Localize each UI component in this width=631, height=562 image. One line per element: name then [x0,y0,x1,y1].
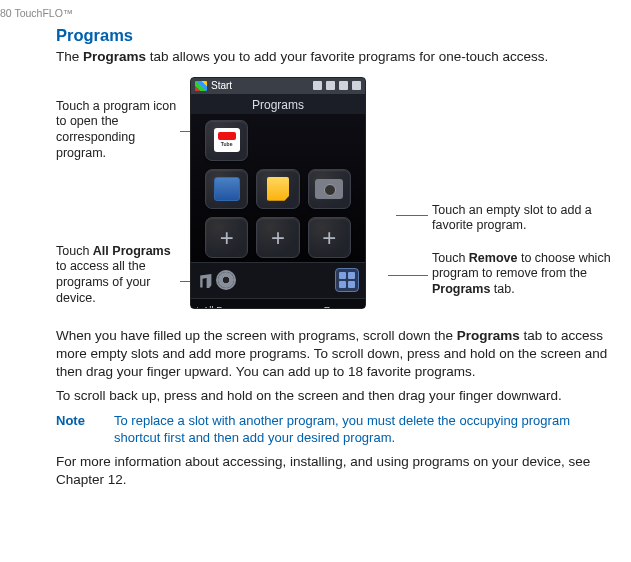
youtube-icon: Tube [214,128,240,152]
cl-bl-post: to access all the programs of your devic… [56,259,150,304]
leader-line [388,275,428,276]
callout-mid-right: Touch an empty slot to add a favorite pr… [432,203,592,234]
app-notes[interactable] [256,169,299,210]
heading-programs: Programs [56,24,617,46]
app-youtube[interactable]: Tube [205,120,248,161]
windows-flag-icon[interactable] [195,81,207,91]
plus-icon: + [322,226,336,250]
app-camera[interactable] [308,169,351,210]
triangle-icon [197,307,201,308]
page-header: 80 TouchFLO™ [0,0,631,20]
note-row: Note To replace a slot with another prog… [56,412,617,447]
tab-strip[interactable] [191,262,365,298]
leader-line [396,215,428,216]
battery-icon [339,81,348,90]
section-title: TouchFLO™ [14,7,73,19]
cl-br-pre: Touch [432,251,469,265]
cl-br-b1: Remove [469,251,518,265]
body-para-2: To scroll back up, press and hold on the… [56,387,617,405]
note-text: To replace a slot with another program, … [114,412,617,447]
note-label: Note [56,412,114,447]
plus-icon: + [271,226,285,250]
plus-icon: + [220,226,234,250]
body-para-1: When you have filled up the screen with … [56,327,617,382]
page-number: 80 [0,7,12,19]
settings-tab-icon[interactable] [218,272,234,288]
notes-icon [267,177,289,201]
cl-br-b2: Programs [432,282,490,296]
callout-bottom-right: Touch Remove to choose which program to … [432,251,631,298]
figure-area: Touch a program icon to open the corresp… [56,77,617,313]
softkey-remove[interactable]: Remove [324,304,359,309]
intro-post: tab allows you to add your favorite prog… [146,49,548,64]
intro-bold: Programs [83,49,146,64]
intro-text: The Programs tab allows you to add your … [56,48,617,66]
empty-slot[interactable]: + [205,217,248,258]
start-label[interactable]: Start [211,79,232,93]
programs-tab-icon[interactable] [335,268,359,292]
soft-key-bar: All Programs Remove [191,298,365,309]
cl-bl-bold: All Programs [93,244,171,258]
volume-icon [326,81,335,90]
close-icon[interactable] [352,81,361,90]
calendar-icon [214,177,240,201]
empty-slot[interactable]: + [256,217,299,258]
signal-icon [313,81,322,90]
youtube-label: Tube [221,141,233,148]
intro-pre: The [56,49,83,64]
screen-title: Programs [191,94,365,114]
body-para-3: For more information about accessing, in… [56,453,617,489]
callout-bottom-left: Touch All Programs to access all the pro… [56,244,180,307]
p1-bold: Programs [457,328,520,343]
all-programs-label: All Programs [203,304,257,309]
music-tab-icon[interactable] [197,272,213,288]
status-bar[interactable]: Start [191,78,365,94]
callout-top-left: Touch a program icon to open the corresp… [56,99,178,162]
softkey-all-programs[interactable]: All Programs [197,304,257,309]
p1-pre: When you have filled up the screen with … [56,328,457,343]
app-calendar[interactable] [205,169,248,210]
app-grid: Tube + + + [191,114,365,262]
camera-icon [315,179,343,199]
empty-slot[interactable]: + [308,217,351,258]
content: Programs The Programs tab allows you to … [0,24,631,489]
cl-bl-pre: Touch [56,244,93,258]
cl-br-post: tab. [490,282,514,296]
device-screenshot: Start Programs Tube [190,77,366,309]
